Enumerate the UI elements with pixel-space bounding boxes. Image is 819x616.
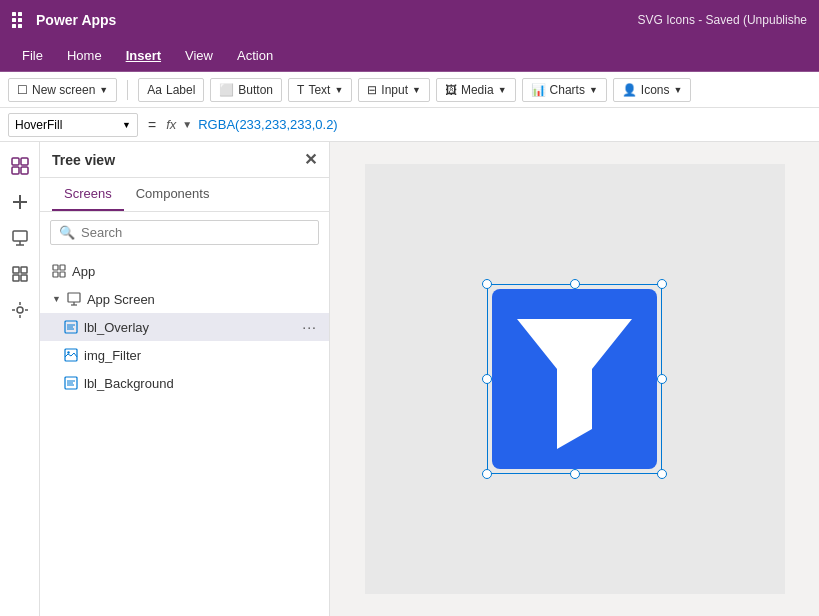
main-layout: Tree view ✕ Screens Components 🔍 App <box>0 142 819 616</box>
chevron-down-icon: ▼ <box>99 85 108 95</box>
formula-bar: HoverFill ▼ = fx ▼ <box>0 108 819 142</box>
chevron-down-icon-charts: ▼ <box>589 85 598 95</box>
tree-title: Tree view <box>52 152 115 168</box>
tree-item-lbl-background[interactable]: lbl_Background <box>40 369 329 397</box>
toolbar: ☐ New screen ▼ Aa Label ⬜ Button T Text … <box>0 72 819 108</box>
tree-item-img-filter-label: img_Filter <box>84 348 141 363</box>
filter-svg <box>487 284 662 474</box>
svg-rect-1 <box>21 158 28 165</box>
sidebar-item-screens[interactable] <box>4 222 36 254</box>
svg-rect-6 <box>13 231 27 241</box>
canvas-area[interactable] <box>330 142 819 616</box>
screen-icon <box>67 292 81 306</box>
search-box: 🔍 <box>50 220 319 245</box>
handle-middle-right[interactable] <box>657 374 667 384</box>
svg-rect-2 <box>12 167 19 174</box>
search-input[interactable] <box>81 225 310 240</box>
svg-point-27 <box>67 351 69 353</box>
chevron-down-icon-text: ▼ <box>334 85 343 95</box>
chevron-down-icon-formula: ▼ <box>122 120 131 130</box>
sidebar-item-treeview[interactable] <box>4 150 36 182</box>
label-bg-icon <box>64 376 78 390</box>
menu-home[interactable]: Home <box>57 44 112 67</box>
search-icon: 🔍 <box>59 225 75 240</box>
handle-middle-left[interactable] <box>482 374 492 384</box>
svg-rect-10 <box>21 267 27 273</box>
svg-rect-21 <box>60 272 65 277</box>
menu-bar: File Home Insert View Action <box>0 40 819 72</box>
new-screen-button[interactable]: ☐ New screen ▼ <box>8 78 117 102</box>
text-button[interactable]: T Text ▼ <box>288 78 352 102</box>
image-item-icon <box>64 348 78 362</box>
canvas-inner <box>365 164 785 594</box>
tree-item-lbl-overlay-label: lbl_Overlay <box>84 320 149 335</box>
handle-bottom-right[interactable] <box>657 469 667 479</box>
tree-item-img-filter[interactable]: img_Filter <box>40 341 329 369</box>
handle-top-left[interactable] <box>482 279 492 289</box>
tree-item-app[interactable]: App <box>40 257 329 285</box>
charts-icon: 📊 <box>531 83 546 97</box>
charts-button[interactable]: 📊 Charts ▼ <box>522 78 607 102</box>
svg-rect-0 <box>12 158 19 165</box>
app-grid-icon <box>12 12 22 28</box>
svg-rect-3 <box>21 167 28 174</box>
tree-item-app-label: App <box>72 264 95 279</box>
property-dropdown[interactable]: HoverFill ▼ <box>8 113 138 137</box>
divider <box>127 80 128 100</box>
label-item-icon <box>64 320 78 334</box>
menu-view[interactable]: View <box>175 44 223 67</box>
icons-icon: 👤 <box>622 83 637 97</box>
tree-tabs: Screens Components <box>40 178 329 212</box>
button-icon: ⬜ <box>219 83 234 97</box>
tree-item-appscreen[interactable]: ▼ App Screen <box>40 285 329 313</box>
icons-button[interactable]: 👤 Icons ▼ <box>613 78 692 102</box>
chevron-down-icon-media: ▼ <box>498 85 507 95</box>
menu-action[interactable]: Action <box>227 44 283 67</box>
tab-components[interactable]: Components <box>124 178 222 211</box>
media-button[interactable]: 🖼 Media ▼ <box>436 78 516 102</box>
more-options-icon[interactable]: ··· <box>302 319 317 335</box>
equals-sign: = <box>144 117 160 133</box>
svg-rect-11 <box>13 275 19 281</box>
chevron-down-icon-icons: ▼ <box>674 85 683 95</box>
handle-top-center[interactable] <box>570 279 580 289</box>
handle-bottom-center[interactable] <box>570 469 580 479</box>
menu-file[interactable]: File <box>12 44 53 67</box>
button-button[interactable]: ⬜ Button <box>210 78 282 102</box>
text-icon: T <box>297 83 304 97</box>
side-icon-panel <box>0 142 40 616</box>
chevron-right-icon: ▼ <box>182 119 192 130</box>
input-button[interactable]: ⊟ Input ▼ <box>358 78 430 102</box>
tree-item-appscreen-label: App Screen <box>87 292 155 307</box>
tree-content: App ▼ App Screen lbl_Overlay ··· <box>40 253 329 616</box>
svg-rect-22 <box>68 293 80 302</box>
title-bar: Power Apps SVG Icons - Saved (Unpublishe <box>0 0 819 40</box>
label-icon: Aa <box>147 83 162 97</box>
formula-input[interactable] <box>198 117 811 132</box>
tree-panel: Tree view ✕ Screens Components 🔍 App <box>40 142 330 616</box>
app-icon <box>52 264 66 278</box>
app-title: Power Apps <box>36 12 116 28</box>
chevron-down-icon-input: ▼ <box>412 85 421 95</box>
handle-top-right[interactable] <box>657 279 667 289</box>
svg-rect-18 <box>53 265 58 270</box>
label-button[interactable]: Aa Label <box>138 78 204 102</box>
sidebar-item-add[interactable] <box>4 186 36 218</box>
sidebar-item-components[interactable] <box>4 258 36 290</box>
svg-rect-19 <box>60 265 65 270</box>
filter-element[interactable] <box>487 284 662 474</box>
close-icon[interactable]: ✕ <box>304 150 317 169</box>
saved-status: SVG Icons - Saved (Unpublishe <box>638 13 807 27</box>
svg-point-13 <box>17 307 23 313</box>
menu-insert[interactable]: Insert <box>116 44 171 67</box>
tree-item-lbl-overlay[interactable]: lbl_Overlay ··· <box>40 313 329 341</box>
chevron-down-icon-screen: ▼ <box>52 294 61 304</box>
svg-rect-12 <box>21 275 27 281</box>
tab-screens[interactable]: Screens <box>52 178 124 211</box>
input-icon: ⊟ <box>367 83 377 97</box>
handle-bottom-left[interactable] <box>482 469 492 479</box>
tree-item-lbl-background-label: lbl_Background <box>84 376 174 391</box>
svg-rect-9 <box>13 267 19 273</box>
sidebar-item-tools[interactable] <box>4 294 36 326</box>
fx-icon: fx <box>166 117 176 132</box>
